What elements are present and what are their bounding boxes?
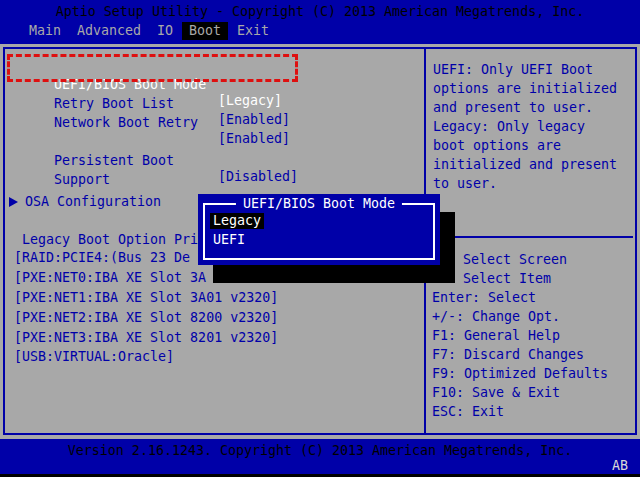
app-title: Aptio Setup Utility - Copyright (C) 2013…: [0, 4, 640, 20]
corner-label: AB: [612, 458, 628, 474]
help-line: to user.: [433, 176, 633, 195]
legend-change-opt: +/-: Change Opt.: [432, 309, 560, 325]
setting-row-retry-boot-list[interactable]: Retry Boot List [Enabled]: [22, 80, 417, 97]
selection-annotation: [7, 54, 298, 82]
help-line: initialized and present: [433, 157, 633, 176]
legend-enter: Enter: Select: [432, 290, 536, 306]
version-text: Version 2.16.1243. Copyright (C) 2013 Am…: [0, 443, 640, 459]
help-line: Legacy: Only legacy: [433, 119, 633, 138]
popup-option-uefi[interactable]: UEFI: [213, 232, 245, 248]
setting-label: Support: [54, 172, 110, 187]
boot-priority-header: Legacy Boot Option Pri: [22, 232, 198, 248]
help-line: options are initialized: [433, 81, 633, 100]
menu-tab-io[interactable]: IO: [157, 23, 173, 39]
popup-title: UEFI/BIOS Boot Mode: [236, 196, 402, 212]
boot-entry-usb[interactable]: [USB:VIRTUAL:Oracle]: [14, 349, 174, 365]
legend-select-item: Select Item: [463, 271, 551, 287]
legend-select-screen: Select Screen: [463, 252, 567, 268]
boot-entry-net2[interactable]: [PXE:NET2:IBA XE Slot 8200 v2320]: [14, 310, 278, 326]
help-line: and present to user.: [433, 100, 633, 119]
menu-tab-advanced[interactable]: Advanced: [77, 23, 141, 39]
help-text: UEFI: Only UEFI Boot options are initial…: [433, 62, 633, 195]
legend-f1: F1: General Help: [432, 328, 560, 344]
legend-f7: F7: Discard Changes: [432, 347, 584, 363]
popup-option-legacy[interactable]: Legacy: [210, 213, 264, 229]
help-line: boot options are: [433, 138, 633, 157]
menu-tab-exit[interactable]: Exit: [237, 23, 269, 39]
help-line: UEFI: Only UEFI Boot: [433, 62, 633, 81]
boot-entry-net1[interactable]: [PXE:NET1:IBA XE Slot 3A01 v2320]: [14, 290, 278, 306]
legend-f10: F10: Save & Exit: [432, 385, 560, 401]
setting-row-support: Support: [22, 156, 417, 173]
setting-row-persistent-boot[interactable]: Persistent Boot [Disabled]: [22, 137, 417, 154]
menu-tab-boot[interactable]: Boot: [182, 22, 228, 40]
footer-bar: Version 2.16.1243. Copyright (C) 2013 Am…: [0, 439, 640, 474]
boot-entry-raid[interactable]: [RAID:PCIE4:(Bus 23 De: [14, 250, 190, 266]
boot-entry-net3[interactable]: [PXE:NET3:IBA XE Slot 8201 v2320]: [14, 330, 278, 346]
submenu-osa-configuration[interactable]: OSA Configuration: [25, 194, 161, 210]
title-bar: Aptio Setup Utility - Copyright (C) 2013…: [0, 0, 640, 44]
submenu-arrow-icon: [9, 197, 18, 207]
boot-mode-popup: UEFI/BIOS Boot Mode Legacy UEFI: [198, 194, 440, 265]
bios-setup-screen: Aptio Setup Utility - Copyright (C) 2013…: [0, 0, 640, 477]
legend-f9: F9: Optimized Defaults: [432, 366, 608, 382]
menu-tab-main[interactable]: Main: [29, 23, 61, 39]
setting-label: Network Boot Retry: [54, 115, 198, 130]
boot-entry-net0[interactable]: [PXE:NET0:IBA XE Slot 3A: [14, 270, 206, 286]
legend-esc: ESC: Exit: [432, 404, 504, 420]
legend-divider: [426, 236, 633, 238]
setting-row-network-boot-retry[interactable]: Network Boot Retry [Enabled]: [22, 99, 417, 116]
